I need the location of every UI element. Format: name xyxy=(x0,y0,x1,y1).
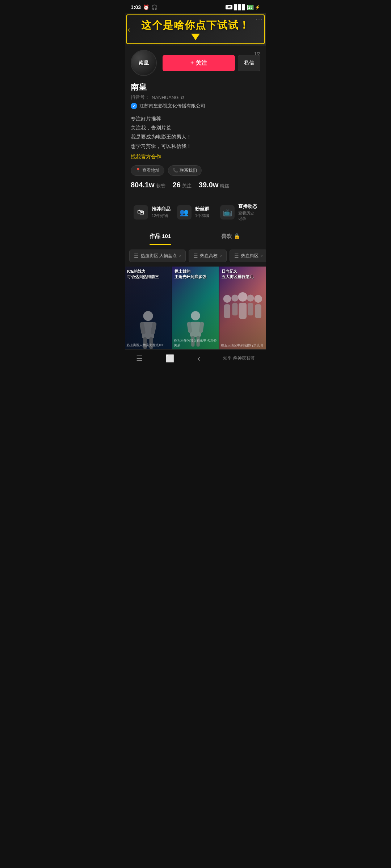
copy-icon[interactable]: ⧉ xyxy=(181,94,184,101)
live-text: 直播动态 查看历史记录 xyxy=(238,203,257,221)
live-sub: 查看历史记录 xyxy=(238,210,257,221)
video-title-1: 枫士雄的主角光环到底多强 xyxy=(175,269,217,280)
live-icon: 📺 xyxy=(220,205,235,220)
nav-back[interactable]: ‹ xyxy=(197,353,200,363)
phone-icon: 📞 xyxy=(173,168,178,173)
page-indicator: 1/2 xyxy=(254,51,260,56)
following-count: 26 xyxy=(173,181,181,189)
clock-icon: ⏰ xyxy=(143,4,149,10)
banner-ad-text: 这个是啥你点下试试！ xyxy=(141,18,250,40)
stack-icon-2: ☰ xyxy=(234,253,239,259)
contact-label: 联系我们 xyxy=(180,167,197,174)
location-label: 查看地址 xyxy=(142,167,160,174)
brand-label: 知乎 @神夜智哥 xyxy=(223,355,255,361)
video-caption-1: 作为本作的顶点狙出男 各种拉关系 xyxy=(174,339,218,348)
battery-indicator: 23 xyxy=(247,5,253,10)
user-id-label: 抖音号： xyxy=(131,94,150,101)
likes-count: 804.1w xyxy=(131,181,155,189)
svg-point-18 xyxy=(232,294,239,301)
avatar[interactable]: 南皇 xyxy=(131,50,157,76)
live-title: 直播动态 xyxy=(238,203,257,210)
status-time: 1:03 xyxy=(131,4,141,10)
arrow-icon-0: > xyxy=(179,254,181,258)
follow-button[interactable]: + 关注 xyxy=(163,55,235,71)
headphone-icon: 🎧 xyxy=(151,4,157,10)
playlist-row: ☰ 热血街区 人物盘点 > ☰ 热血高校 > ☰ 热血街区 > xyxy=(125,245,266,267)
video-item-0[interactable]: ICE的战力可否达到热街前三 热血街区人物实力盘点ICE xyxy=(125,267,172,349)
location-icon: 📍 xyxy=(135,168,141,173)
menu-icon: ☰ xyxy=(136,354,143,363)
tab-works-label: 作品 101 xyxy=(150,233,171,239)
nav-home[interactable]: ⬜ xyxy=(165,354,175,363)
svg-point-12 xyxy=(223,295,231,302)
video-item-2[interactable]: 日向纪久五大街区排行第几 在五大街区中到底排行第几呢 xyxy=(219,267,266,349)
bio-text: 专注好片推荐 关注我，告别片荒 我是要成为电影王的男人！ 想学习剪辑，可以私信我… xyxy=(131,114,260,151)
following-label: 关注 xyxy=(182,183,192,189)
svg-rect-21 xyxy=(248,303,253,315)
nav-brand: 知乎 @神夜智哥 xyxy=(223,355,255,361)
svg-rect-19 xyxy=(232,303,238,315)
feature-fans-group[interactable]: 👥 粉丝群 1个群聊 xyxy=(174,201,217,224)
profile-top: 南皇 + 关注 私信 xyxy=(131,50,260,76)
tab-likes[interactable]: 喜欢 🔒 xyxy=(196,228,266,245)
stack-icon-0: ☰ xyxy=(134,253,139,259)
location-tag[interactable]: 📍 查看地址 xyxy=(131,165,164,176)
products-title: 推荐商品 xyxy=(152,206,171,212)
svg-rect-13 xyxy=(224,304,230,318)
svg-rect-17 xyxy=(255,304,261,318)
fans-label: 粉丝 xyxy=(220,183,229,189)
playlist-chip-0[interactable]: ☰ 热血街区 人物盘点 > xyxy=(129,250,186,262)
svg-rect-15 xyxy=(239,302,247,319)
video-person-0 xyxy=(125,291,172,349)
playlist-label-2: 热血街区 xyxy=(241,253,258,259)
tabs-row: 作品 101 喜欢 🔒 xyxy=(125,228,266,245)
stat-following[interactable]: 26 关注 xyxy=(173,181,192,189)
fans-group-icon: 👥 xyxy=(177,205,192,220)
bio-line-4: 想学习剪辑，可以私信我！ xyxy=(131,142,260,151)
back-button[interactable]: ‹ xyxy=(128,25,130,34)
bio-link[interactable]: 找我官方合作 xyxy=(131,154,260,160)
bio-line-1: 专注好片推荐 xyxy=(131,114,260,123)
stat-likes[interactable]: 804.1w 获赞 xyxy=(131,181,165,189)
tags-row: 📍 查看地址 📞 联系我们 xyxy=(131,165,260,176)
message-button[interactable]: 私信 xyxy=(238,55,260,71)
contact-tag[interactable]: 📞 联系我们 xyxy=(168,165,202,176)
playlist-chip-2[interactable]: ☰ 热血街区 > xyxy=(230,250,266,262)
svg-point-20 xyxy=(247,294,254,301)
playlist-label-1: 热血高校 xyxy=(200,253,218,259)
user-id-value: NANHUANG xyxy=(152,95,178,100)
feature-live[interactable]: 📺 直播动态 查看历史记录 xyxy=(217,201,260,224)
user-name: 南皇 xyxy=(131,82,260,93)
verified-badge: ✓ 江苏南皇影视文化传播有限公司 xyxy=(131,103,260,109)
fans-group-sub: 1个群聊 xyxy=(195,213,209,218)
video-title-0: ICE的战力可否达到热街前三 xyxy=(127,269,169,280)
bottom-nav: ☰ ⬜ ‹ 知乎 @神夜智哥 xyxy=(125,349,266,369)
playlist-chip-1[interactable]: ☰ 热血高校 > xyxy=(189,250,227,262)
video-grid: ICE的战力可否达到热街前三 热血街区人物实力盘点ICE 枫士雄的主角光环到底多… xyxy=(125,267,266,349)
fans-group-text: 粉丝群 1个群聊 xyxy=(195,206,209,218)
arrow-icon-2: > xyxy=(261,254,263,258)
hd-badge: HD xyxy=(226,5,232,9)
stack-icon-1: ☰ xyxy=(193,253,198,259)
stats-row: 804.1w 获赞 26 关注 39.0w 粉丝 xyxy=(131,181,260,189)
video-title-2: 日向纪久五大街区排行第几 xyxy=(222,269,264,280)
bio-line-2: 关注我，告别片荒 xyxy=(131,123,260,132)
more-button[interactable]: ··· xyxy=(256,16,263,24)
tab-works[interactable]: 作品 101 xyxy=(125,228,196,245)
feature-row: 🛍 推荐商品 12件好物 👥 粉丝群 1个群聊 📺 直播动态 查看历史记录 xyxy=(131,195,260,224)
charge-icon: ⚡ xyxy=(255,5,260,10)
user-id: 抖音号： NANHUANG ⧉ xyxy=(131,94,260,101)
products-icon: 🛍 xyxy=(134,205,148,220)
back-nav-icon: ‹ xyxy=(197,353,200,363)
bio-line-3: 我是要成为电影王的男人！ xyxy=(131,132,260,141)
feature-products[interactable]: 🛍 推荐商品 12件好物 xyxy=(131,201,174,224)
stat-fans[interactable]: 39.0w 粉丝 xyxy=(199,181,229,189)
status-right: HD ▊▊▊ 23 ⚡ xyxy=(226,4,260,10)
products-text: 推荐商品 12件好物 xyxy=(152,206,171,218)
signal-icon: ▊▊▊ xyxy=(234,4,246,10)
nav-menu[interactable]: ☰ xyxy=(136,354,143,363)
video-item-1[interactable]: 枫士雄的主角光环到底多强 作为本作的顶点狙出男 各种拉关系 xyxy=(172,267,219,349)
banner-ad[interactable]: ‹ 这个是啥你点下试试！ ··· xyxy=(125,13,266,46)
tab-likes-label: 喜欢 🔒 xyxy=(221,233,240,239)
home-icon: ⬜ xyxy=(165,354,175,363)
